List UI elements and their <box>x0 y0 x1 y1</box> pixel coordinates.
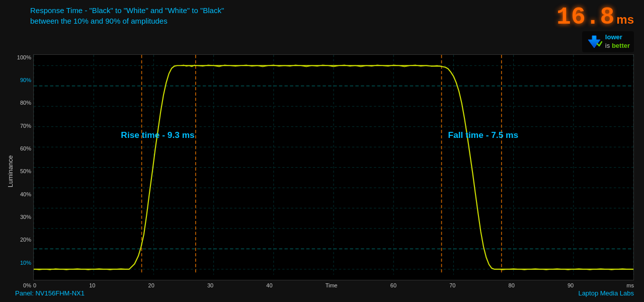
title-line1: Response Time - "Black" to "White" and "… <box>30 5 224 16</box>
svg-marker-0 <box>588 36 600 48</box>
y-axis-label: Luminance <box>5 54 15 288</box>
chart-area: Luminance 100% 90% 80% 70% 60% 50% 40% 3… <box>5 54 634 288</box>
y-tick-50: 50% <box>15 168 31 174</box>
lower-label: lower <box>605 33 622 41</box>
metric-unit: ms <box>616 13 634 27</box>
main-container: Response Time - "Black" to "White" and "… <box>0 0 644 302</box>
x-tick-30: 30 <box>207 282 213 288</box>
better-label: better <box>612 42 630 49</box>
x-tick-0: 0 <box>33 282 36 288</box>
panel-label: Panel: NV156FHM-NX1 <box>15 289 85 297</box>
x-tick-10: 10 <box>89 282 95 288</box>
top-right: 16.8 ms lower <box>556 5 634 52</box>
title-line2: between the 10% and 90% of amplitudes <box>30 16 224 26</box>
y-tick-20: 20% <box>15 237 31 243</box>
is-label: is <box>605 42 610 49</box>
y-tick-80: 80% <box>15 100 31 106</box>
chart-svg: Rise time - 9.3 ms Fall time - 7.5 ms <box>34 55 633 280</box>
x-tick-20: 20 <box>148 282 154 288</box>
y-tick-10: 10% <box>15 260 31 266</box>
y-tick-0: 0% <box>15 282 31 288</box>
x-tick-ms: ms <box>626 282 634 288</box>
x-tick-80: 80 <box>509 282 515 288</box>
lower-better-text: lower is better <box>605 33 630 50</box>
chart-title: Response Time - "Black" to "White" and "… <box>5 5 224 26</box>
header-row: Response Time - "Black" to "White" and "… <box>5 5 634 52</box>
x-axis: 0 10 20 30 40 Time 60 70 80 90 ms <box>33 280 634 288</box>
footer-row: Panel: NV156FHM-NX1 Laptop Media Labs <box>5 289 634 297</box>
y-tick-60: 60% <box>15 145 31 152</box>
rise-time-label: Rise time - 9.3 ms <box>121 130 194 140</box>
chart-inner: Rise time - 9.3 ms Fall time - 7.5 ms 0 … <box>33 54 634 288</box>
metric-display: 16.8 ms <box>556 5 634 29</box>
y-tick-40: 40% <box>15 191 31 197</box>
x-tick-90: 90 <box>568 282 574 288</box>
fall-time-label: Fall time - 7.5 ms <box>448 130 519 140</box>
plot-container: Rise time - 9.3 ms Fall time - 7.5 ms <box>33 54 634 280</box>
y-ticks: 100% 90% 80% 70% 60% 50% 40% 30% 20% 10%… <box>15 54 33 288</box>
metric-value: 16.8 <box>556 5 614 29</box>
x-tick-70: 70 <box>449 282 455 288</box>
y-tick-90: 90% <box>15 77 31 83</box>
lower-better-badge: lower is better <box>582 31 634 52</box>
x-tick-40: 40 <box>266 282 272 288</box>
y-tick-70: 70% <box>15 123 31 129</box>
y-tick-100: 100% <box>15 54 31 60</box>
x-tick-60: 60 <box>390 282 396 288</box>
x-tick-time: Time <box>326 282 338 288</box>
brand-label: Laptop Media Labs <box>578 289 634 297</box>
arrow-down-icon <box>586 34 602 50</box>
y-tick-30: 30% <box>15 214 31 220</box>
